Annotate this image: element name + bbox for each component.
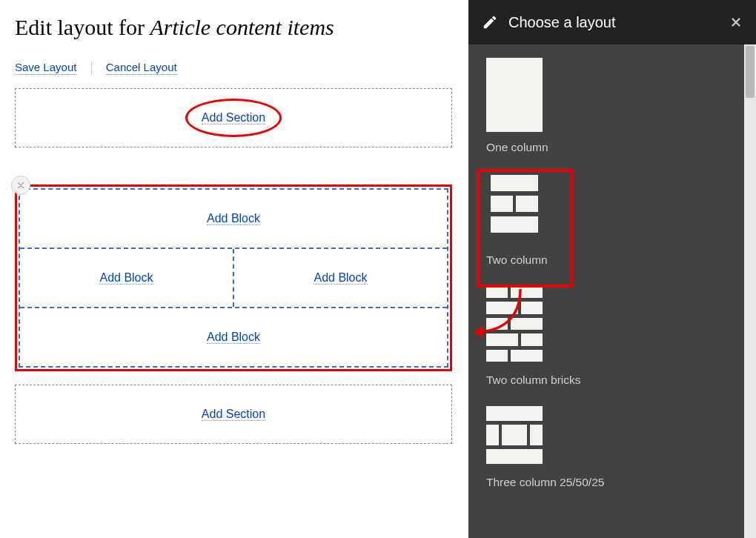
layout-option-label: Two column bricks <box>486 373 738 387</box>
annotation-red-box-main: Add Block Add Block Add Block Add Block <box>15 185 452 371</box>
panel-header: Choose a layout <box>468 0 756 44</box>
layout-option-label: Three column 25/50/25 <box>486 476 738 489</box>
save-layout-button[interactable]: Save Layout <box>15 61 76 75</box>
layout-option-three-column[interactable]: Three column 25/50/25 <box>486 403 738 489</box>
layout-option-two-column[interactable]: Two column <box>486 170 738 267</box>
region-right[interactable]: Add Block <box>234 249 447 307</box>
panel-body: One column Two column Two column bricks <box>468 44 756 538</box>
close-panel-button[interactable] <box>729 16 743 29</box>
thumb-two-column <box>486 170 543 245</box>
section-grid: Add Block Add Block Add Block Add Block <box>19 188 448 368</box>
thumb-one-column <box>486 58 543 132</box>
add-section-link[interactable]: Add Section <box>202 111 265 124</box>
add-section-top[interactable]: Add Section <box>15 88 452 147</box>
region-middle-row: Add Block Add Block <box>20 249 447 308</box>
scrollbar[interactable] <box>744 44 756 538</box>
region-top[interactable]: Add Block <box>20 190 447 249</box>
add-section-bottom[interactable]: Add Section <box>15 385 452 444</box>
remove-section-button[interactable] <box>11 176 30 195</box>
title-prefix: Edit layout for <box>15 15 150 39</box>
thumb-three-column <box>486 403 543 467</box>
scrollbar-thumb[interactable] <box>746 46 755 98</box>
layout-option-two-column-bricks[interactable]: Two column bricks <box>486 283 738 387</box>
add-block-link[interactable]: Add Block <box>207 212 260 225</box>
region-bottom[interactable]: Add Block <box>20 308 447 366</box>
pencil-icon <box>482 14 498 30</box>
add-block-link[interactable]: Add Block <box>314 271 367 285</box>
add-block-link[interactable]: Add Block <box>207 331 260 344</box>
layout-option-label: One column <box>486 141 738 154</box>
layout-option-label: Two column <box>486 253 738 267</box>
close-icon <box>16 180 26 190</box>
region-left[interactable]: Add Block <box>20 249 234 307</box>
title-italic: Article content items <box>150 15 334 39</box>
layout-toolbar: Save Layout Cancel Layout <box>15 61 452 75</box>
toolbar-divider <box>91 62 92 75</box>
layout-section: Add Block Add Block Add Block Add Block <box>15 185 452 371</box>
add-section-link[interactable]: Add Section <box>202 408 265 421</box>
panel-title: Choose a layout <box>508 14 729 31</box>
page-title: Edit layout for Article content items <box>15 15 452 40</box>
layout-option-one-column[interactable]: One column <box>486 58 738 154</box>
cancel-layout-button[interactable]: Cancel Layout <box>106 61 177 75</box>
thumb-two-column-bricks <box>486 283 543 365</box>
add-block-link[interactable]: Add Block <box>99 271 153 285</box>
layout-picker-panel: Choose a layout One column Two column <box>468 0 756 538</box>
